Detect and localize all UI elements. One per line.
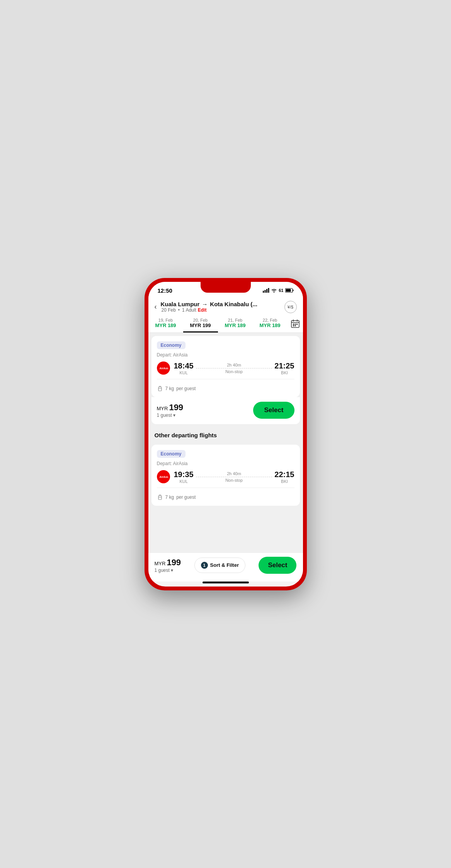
- back-button[interactable]: ‹: [155, 303, 157, 311]
- route-arrow: →: [202, 301, 208, 307]
- bottom-select-button[interactable]: Select: [259, 557, 296, 574]
- baggage-row-1: 7 kg per guest: [157, 491, 294, 506]
- chevron-down-icon-0: ▾: [173, 413, 175, 418]
- price-myr-0: MYR: [157, 406, 168, 411]
- arrive-time-block-0: 21:25 BKI: [274, 362, 294, 375]
- svg-rect-18: [158, 387, 162, 391]
- depart-time-1: 19:35: [174, 470, 194, 479]
- baggage-per-guest-1: per guest: [176, 495, 196, 500]
- divider-1: [157, 488, 294, 488]
- depart-label-0: Depart: AirAsia: [157, 352, 294, 358]
- svg-rect-0: [263, 291, 264, 293]
- flight-middle-1: 2h 40m Non-stop: [196, 471, 272, 483]
- duration-0: 2h 40m: [196, 363, 272, 367]
- baggage-weight-0: 7 kg: [165, 386, 174, 391]
- battery-level: 61: [279, 288, 283, 293]
- bottom-guest-label: 1 guest: [155, 568, 170, 573]
- currency-toggle[interactable]: ¥/$: [284, 301, 297, 313]
- duration-1: 2h 40m: [196, 471, 272, 476]
- baggage-per-guest-0: per guest: [176, 386, 196, 391]
- flight-row-1: AirAsia 19:35 KUL 2h 40m Non-stop: [157, 470, 294, 484]
- divider-0: [157, 379, 294, 379]
- depart-airport-1: KUL: [174, 479, 194, 484]
- airasia-logo-1: AirAsia: [159, 474, 168, 479]
- arrive-airport-0: BKI: [274, 370, 294, 375]
- route-row: ‹ Kuala Lumpur → Kota Kinabalu (... 20 F…: [155, 299, 297, 315]
- date-tab-0-price: MYR 189: [150, 322, 182, 328]
- flight-card-1: Economy Depart: AirAsia AirAsia 19:35 KU…: [151, 445, 300, 506]
- depart-time-block-0: 18:45 KUL: [174, 362, 194, 375]
- airasia-logo-0: AirAsia: [159, 365, 168, 371]
- svg-rect-16: [294, 325, 296, 326]
- calendar-icon: [291, 319, 300, 328]
- flight-card-0: Economy Depart: AirAsia AirAsia 18:45 KU…: [151, 336, 300, 397]
- price-block-0: MYR 199 1 guest ▾: [157, 402, 184, 418]
- date-tab-2-price: MYR 189: [220, 322, 251, 328]
- svg-text:AirAsia: AirAsia: [159, 367, 168, 370]
- airline-logo-1: AirAsia: [157, 470, 170, 483]
- svg-rect-15: [293, 325, 294, 326]
- flight-times-1: 19:35 KUL 2h 40m Non-stop 22:15 BKI: [174, 470, 294, 484]
- arrive-time-0: 21:25: [274, 362, 294, 370]
- status-icons: 61: [263, 288, 293, 293]
- bottom-price-amount: 199: [167, 558, 181, 568]
- origin-label: Kuala Lumpur: [161, 301, 200, 307]
- wifi-icon: [271, 288, 277, 293]
- date-tab-1-date: 20, Feb: [185, 318, 216, 322]
- bottom-price-block: MYR 199 1 guest ▾: [155, 558, 181, 573]
- svg-rect-2: [266, 289, 267, 293]
- svg-rect-13: [294, 324, 296, 325]
- calendar-button[interactable]: [288, 315, 303, 333]
- guest-label-0: 1 guest: [157, 413, 172, 418]
- svg-text:AirAsia: AirAsia: [159, 475, 168, 479]
- currency-icon-label: ¥/$: [288, 305, 293, 309]
- economy-badge-1: Economy: [157, 450, 186, 458]
- date-tab-3[interactable]: 22, Feb MYR 189: [253, 315, 288, 333]
- airline-logo-0: AirAsia: [157, 362, 170, 375]
- route-date: 20 Feb: [162, 307, 176, 313]
- svg-rect-3: [268, 288, 269, 293]
- home-indicator: [203, 582, 249, 583]
- other-flights-label: Other departing flights: [148, 427, 303, 442]
- bottom-price-guest: 1 guest ▾: [155, 568, 181, 573]
- bottom-bar: MYR 199 1 guest ▾ 1 Sort & Filter Select: [148, 553, 303, 582]
- select-button-0[interactable]: Select: [253, 402, 294, 419]
- arrive-time-block-1: 22:15 BKI: [274, 470, 294, 484]
- dotted-line-1: [196, 477, 272, 477]
- route-title: Kuala Lumpur → Kota Kinabalu (...: [161, 301, 284, 307]
- flight-row-0: AirAsia 18:45 KUL 2h 40m Non-stop: [157, 362, 294, 375]
- price-amount-0: 199: [169, 402, 183, 413]
- depart-label-1: Depart: AirAsia: [157, 461, 294, 466]
- svg-rect-14: [296, 324, 298, 325]
- header: ‹ Kuala Lumpur → Kota Kinabalu (... 20 F…: [148, 296, 303, 315]
- date-tab-2[interactable]: 21, Feb MYR 189: [218, 315, 253, 333]
- phone-screen: 12:50: [148, 282, 303, 587]
- date-tab-0[interactable]: 19, Feb MYR 189: [148, 315, 183, 333]
- date-tab-3-price: MYR 189: [254, 322, 286, 328]
- notch: [201, 282, 251, 293]
- sort-filter-button[interactable]: 1 Sort & Filter: [194, 558, 245, 573]
- economy-badge-0: Economy: [157, 341, 186, 349]
- svg-point-4: [274, 292, 274, 292]
- edit-button[interactable]: Edit: [198, 307, 207, 313]
- svg-rect-21: [158, 496, 162, 500]
- nonstop-1: Non-stop: [196, 478, 272, 483]
- date-tab-0-date: 19, Feb: [150, 318, 182, 322]
- nonstop-0: Non-stop: [196, 369, 272, 374]
- date-tab-1-price: MYR 199: [185, 322, 216, 328]
- date-tab-2-date: 21, Feb: [220, 318, 251, 322]
- date-tab-3-date: 22, Feb: [254, 318, 286, 322]
- phone-frame: 12:50: [145, 278, 307, 590]
- baggage-icon-0: [157, 385, 163, 392]
- flight-list: Economy Depart: AirAsia AirAsia 18:45 KU…: [148, 333, 303, 553]
- signal-icon: [263, 288, 269, 293]
- date-tab-1[interactable]: 20, Feb MYR 199: [183, 315, 218, 333]
- price-guest-0: 1 guest ▾: [157, 413, 184, 418]
- flight-times-0: 18:45 KUL 2h 40m Non-stop 21:25 BKI: [174, 362, 294, 375]
- destination-label: Kota Kinabalu (...: [210, 301, 257, 307]
- svg-rect-12: [293, 324, 294, 325]
- route-dot: •: [178, 307, 180, 313]
- price-select-row-0: MYR 199 1 guest ▾ Select: [151, 397, 300, 424]
- arrive-time-1: 22:15: [274, 470, 294, 479]
- svg-rect-6: [293, 290, 293, 291]
